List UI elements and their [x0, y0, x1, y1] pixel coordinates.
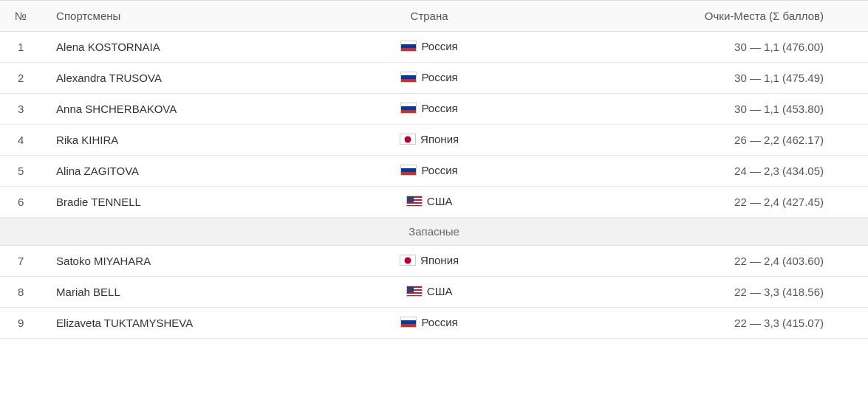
flag-russia-icon: [400, 103, 417, 114]
country-cell: США: [337, 277, 522, 308]
athlete-name: Anna SHCHERBAKOVA: [41, 94, 337, 125]
rank-number: 2: [0, 63, 41, 94]
country-name: Россия: [421, 40, 457, 52]
score-value: 26 — 2,2 (462.17): [522, 125, 868, 156]
athlete-name: Elizaveta TUKTAMYSHEVA: [41, 308, 337, 339]
country-cell: Россия: [337, 32, 522, 63]
flag-japan-icon: [400, 134, 416, 145]
table-row: 6 Bradie TENNELL США 22 — 2,4 (427.45): [0, 187, 868, 218]
header-athletes: Спортсмены: [41, 1, 337, 32]
rank-number: 3: [0, 94, 41, 125]
flag-russia-icon: [400, 72, 417, 83]
country-cell: США: [337, 187, 522, 218]
separator-row: Запасные: [0, 218, 868, 246]
country-cell: Япония: [337, 125, 522, 156]
country-name: США: [427, 195, 453, 207]
header-country: Страна: [337, 1, 522, 32]
score-value: 22 — 2,4 (427.45): [522, 187, 868, 218]
table-header-row: № Спортсмены Страна Очки-Места (Σ баллов…: [0, 1, 868, 32]
country-name: США: [427, 285, 453, 297]
rank-number: 4: [0, 125, 41, 156]
flag-russia-icon: [400, 41, 417, 52]
score-value: 30 — 1,1 (475.49): [522, 63, 868, 94]
country-name: Россия: [421, 164, 457, 176]
country-name: Россия: [421, 316, 457, 328]
table-row: 8 Mariah BELL США 22 — 3,3 (418.56): [0, 277, 868, 308]
country-flag: США: [406, 285, 453, 297]
athlete-name: Bradie TENNELL: [41, 187, 337, 218]
country-cell: Россия: [337, 308, 522, 339]
score-value: 24 — 2,3 (434.05): [522, 156, 868, 187]
country-flag: Япония: [400, 254, 459, 266]
country-cell: Россия: [337, 94, 522, 125]
country-cell: Япония: [337, 246, 522, 277]
header-score: Очки-Места (Σ баллов): [522, 1, 868, 32]
header-num: №: [0, 1, 41, 32]
flag-usa-icon: [406, 196, 423, 207]
country-flag: США: [406, 195, 453, 207]
athlete-name: Alena KOSTORNAIA: [41, 32, 337, 63]
rank-number: 9: [0, 308, 41, 339]
score-value: 22 — 2,4 (403.60): [522, 246, 868, 277]
rank-number: 6: [0, 187, 41, 218]
score-value: 30 — 1,1 (453.80): [522, 94, 868, 125]
table-row: 2 Alexandra TRUSOVA Россия 30 — 1,1 (475…: [0, 63, 868, 94]
country-flag: Россия: [400, 316, 457, 328]
athlete-name: Alexandra TRUSOVA: [41, 63, 337, 94]
country-name: Япония: [420, 133, 459, 145]
flag-russia-icon: [400, 317, 417, 328]
flag-russia-icon: [400, 165, 417, 176]
rank-number: 7: [0, 246, 41, 277]
separator-label: Запасные: [0, 218, 868, 246]
athlete-name: Alina ZAGITOVA: [41, 156, 337, 187]
score-value: 22 — 3,3 (415.07): [522, 308, 868, 339]
table-row: 5 Alina ZAGITOVA Россия 24 — 2,3 (434.05…: [0, 156, 868, 187]
country-name: Россия: [421, 102, 457, 114]
table-row: 4 Rika KIHIRA Япония 26 — 2,2 (462.17): [0, 125, 868, 156]
score-value: 30 — 1,1 (476.00): [522, 32, 868, 63]
country-flag: Россия: [400, 71, 457, 83]
athlete-name: Mariah BELL: [41, 277, 337, 308]
rank-number: 5: [0, 156, 41, 187]
country-flag: Япония: [400, 133, 459, 145]
country-flag: Россия: [400, 102, 457, 114]
table-row: 9 Elizaveta TUKTAMYSHEVA Россия 22 — 3,3…: [0, 308, 868, 339]
rankings-table: № Спортсмены Страна Очки-Места (Σ баллов…: [0, 0, 868, 339]
country-cell: Россия: [337, 156, 522, 187]
rank-number: 8: [0, 277, 41, 308]
country-name: Япония: [420, 254, 459, 266]
country-name: Россия: [421, 71, 457, 83]
country-flag: Россия: [400, 40, 457, 52]
country-flag: Россия: [400, 164, 457, 176]
athlete-name: Rika KIHIRA: [41, 125, 337, 156]
athlete-name: Satoko MIYAHARA: [41, 246, 337, 277]
rank-number: 1: [0, 32, 41, 63]
table-row: 7 Satoko MIYAHARA Япония 22 — 2,4 (403.6…: [0, 246, 868, 277]
flag-japan-icon: [400, 255, 416, 266]
flag-usa-icon: [406, 286, 423, 297]
country-cell: Россия: [337, 63, 522, 94]
score-value: 22 — 3,3 (418.56): [522, 277, 868, 308]
table-row: 3 Anna SHCHERBAKOVA Россия 30 — 1,1 (453…: [0, 94, 868, 125]
table-row: 1 Alena KOSTORNAIA Россия 30 — 1,1 (476.…: [0, 32, 868, 63]
